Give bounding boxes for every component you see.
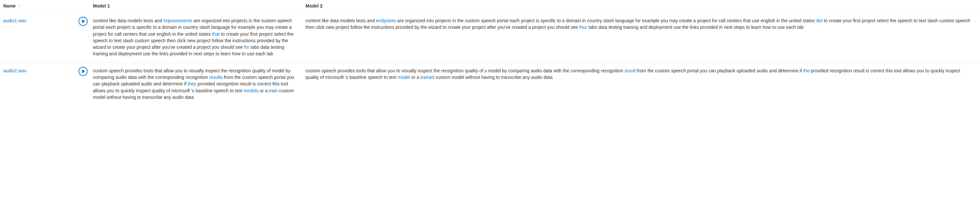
transcription-text: content like data models tests and impro… [93,18,296,57]
diff-word: they [188,81,196,86]
column-header-model2-label: Model 2 [305,3,323,8]
diff-word: endpoints [376,18,396,23]
filename-link[interactable]: audio2.wav [3,68,27,73]
model2-cell: content like data models tests and endpo… [305,18,980,31]
model1-cell: content like data models tests and impro… [93,18,305,57]
table-row: audio1.wavcontent like data models tests… [0,13,980,63]
diff-word: that [212,32,220,37]
play-button[interactable] [78,67,88,76]
diff-word: dot [816,18,822,23]
model1-cell: custom speech provides tools that allow … [93,67,305,100]
column-header-model2[interactable]: Model 2 [305,3,980,8]
diff-word: the [803,68,809,73]
table-body: audio1.wavcontent like data models tests… [0,13,980,106]
column-header-name[interactable]: Name ↑ [0,3,78,8]
column-header-name-label: Name [3,3,16,8]
diff-word: improvements [164,18,192,23]
diff-word: a [484,68,487,73]
diff-word: four [579,25,587,30]
transcription-text: custom speech provides tools that allow … [305,67,974,81]
filename-link[interactable]: audio1.wav [3,18,27,23]
diff-word: result [624,68,636,73]
play-cell [78,67,93,76]
diff-word: model [398,75,410,80]
filename-cell: audio1.wav [0,18,78,24]
transcription-text: custom speech provides tools that allow … [93,67,296,100]
diff-word: results [209,75,223,80]
play-icon [82,69,85,73]
play-cell [78,18,93,26]
diff-word: trained [420,75,434,80]
column-header-model1[interactable]: Model 1 [93,3,305,8]
model2-cell: custom speech provides tools that allow … [305,67,980,81]
column-header-model1-label: Model 1 [93,3,110,8]
table-header-row: Name ↑ Model 1 Model 2 [0,0,980,13]
play-icon [82,19,85,23]
diff-word: for [244,45,249,50]
table-row: audio2.wavcustom speech provides tools t… [0,63,980,106]
column-header-play [78,3,93,8]
play-button[interactable] [78,17,88,26]
diff-word: models [244,88,258,93]
diff-word: train [269,88,278,93]
filename-cell: audio2.wav [0,67,78,74]
transcription-text: content like data models tests and endpo… [305,18,974,31]
comparison-table: Name ↑ Model 1 Model 2 audio1.wavcontent… [0,0,980,106]
sort-ascending-icon: ↑ [18,3,20,8]
